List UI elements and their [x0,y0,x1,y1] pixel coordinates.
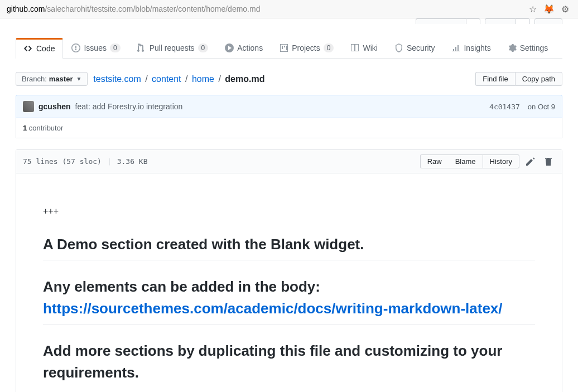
tab-settings[interactable]: Settings [499,37,557,58]
breadcrumb-repo[interactable]: testsite.com [93,74,141,84]
heading-2-text: Any elements can be added in the body: [43,278,320,295]
history-button[interactable]: History [483,154,519,168]
tab-insights-label: Insights [464,43,490,52]
gear-icon[interactable]: ⚙ [561,4,569,14]
star-icon[interactable]: ☆ [529,4,537,14]
commit-date: on Oct 9 [528,103,555,111]
branch-label: Branch: [22,75,47,83]
breadcrumb-home[interactable]: home [192,74,214,84]
file-lines: 75 lines (57 sloc) [23,157,102,166]
tab-actions[interactable]: Actions [216,37,271,58]
code-icon [24,44,33,53]
heading-1: A Demo section created with the Blank wi… [43,234,535,260]
branch-name: master [49,75,73,83]
branch-select[interactable]: Branch: master ▼ [16,72,88,86]
breadcrumbs: testsite.com / content / home / demo.md [93,74,264,84]
url-path: /salecharohit/testsite.com/blob/master/c… [45,4,260,13]
caret-down-icon: ▼ [76,76,81,82]
find-file-button[interactable]: Find file [475,72,515,86]
browser-url-bar: github.com/salecharohit/testsite.com/blo… [0,0,578,18]
firefox-icon[interactable]: 🦊 [543,4,555,14]
file-info: 75 lines (57 sloc) | 3.36 KB [23,157,148,166]
tab-wiki[interactable]: Wiki [342,37,386,58]
tab-actions-label: Actions [237,43,263,52]
breadcrumb-file: demo.md [225,74,264,84]
tab-security[interactable]: Security [386,37,444,58]
tab-security-label: Security [407,43,435,52]
tab-pulls-label: Pull requests [150,43,195,52]
play-icon [225,43,234,52]
tab-wiki-label: Wiki [363,43,377,52]
breadcrumb-content[interactable]: content [152,74,181,84]
repo-nav-tabs: Code Issues 0 Pull requests 0 Actions Pr… [16,37,562,59]
commit-message[interactable]: feat: add Forestry.io integration [75,102,183,111]
commit-sha[interactable]: 4c01437 [489,103,520,111]
book-icon [350,43,359,52]
issue-icon [71,43,80,52]
markdown-body: +++ A Demo section created with the Blan… [16,173,562,392]
repo-header-partial [16,18,562,24]
project-icon [280,43,288,52]
tab-projects-label: Projects [292,43,320,52]
tab-projects[interactable]: Projects 0 [271,37,342,58]
graph-icon [451,43,460,52]
heading-2: Any elements can be added in the body: h… [43,276,535,325]
raw-button[interactable]: Raw [420,154,449,168]
pull-request-icon [137,43,146,52]
tab-issues-label: Issues [84,43,106,52]
heading-3: Add more sections by duplicating this fi… [43,340,535,388]
heading-2-link[interactable]: https://sourcethemes.com/academic/docs/w… [43,300,503,317]
url-text[interactable]: github.com/salecharohit/testsite.com/blo… [4,2,529,16]
file-header: 75 lines (57 sloc) | 3.36 KB Raw Blame H… [16,150,562,173]
breadcrumb-row: Branch: master ▼ testsite.com / content … [16,72,562,86]
tab-code-label: Code [36,44,55,53]
tab-settings-label: Settings [520,43,548,52]
tab-issues[interactable]: Issues 0 [63,37,128,58]
tab-code[interactable]: Code [16,38,63,59]
frontmatter-marker: +++ [43,205,535,218]
file-box: 75 lines (57 sloc) | 3.36 KB Raw Blame H… [16,149,562,392]
issues-counter: 0 [110,43,121,52]
blame-button[interactable]: Blame [449,154,483,168]
tab-insights[interactable]: Insights [443,37,499,58]
gear-icon [508,43,517,52]
file-size: 3.36 KB [117,157,148,166]
shield-icon [394,43,403,52]
projects-counter: 0 [324,43,334,52]
avatar[interactable] [23,101,34,112]
contributors-bar[interactable]: 1 contributor [16,118,562,138]
trash-icon[interactable] [542,155,555,168]
contrib-label: contributor [27,124,63,132]
tab-pulls[interactable]: Pull requests 0 [129,37,217,58]
copy-path-button[interactable]: Copy path [515,72,562,86]
pulls-counter: 0 [198,43,209,52]
url-domain: github.com [7,4,45,13]
edit-icon[interactable] [524,155,537,168]
commit-author[interactable]: gcushen [38,102,71,111]
commit-bar: gcushen feat: add Forestry.io integratio… [16,95,562,118]
